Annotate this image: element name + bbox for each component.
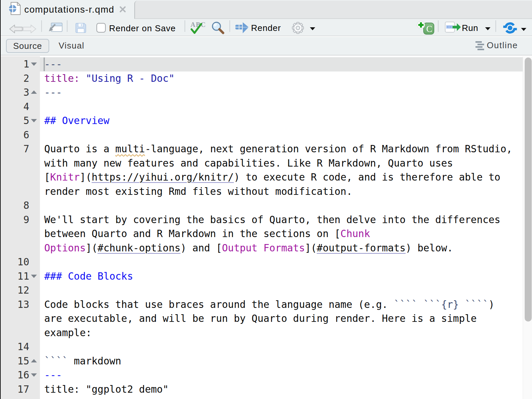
line-number-3: 3	[23, 85, 29, 100]
code-editor[interactable]: 1---2title: "Using R - Doc"3---45## Over…	[1, 56, 532, 399]
token-misspell: multi	[115, 143, 145, 155]
tab-close-icon[interactable]	[119, 6, 126, 13]
token-plain: We'll start by covering the basics of Qu…	[44, 214, 506, 225]
code-line-7[interactable]: 7Quarto is a multi-language, next genera…	[44, 142, 515, 199]
code-line-5[interactable]: 5## Overview	[44, 114, 515, 128]
toolbar-separator	[495, 20, 496, 32]
code-visual-row: title: "ggplot2 demo"	[44, 382, 515, 397]
fold-marker-end[interactable]	[31, 359, 37, 362]
code-line-17[interactable]: 17title: "ggplot2 demo"	[44, 382, 515, 397]
code-text: ### Code Blocks	[44, 269, 515, 284]
insert-chunk-button[interactable]: C	[416, 20, 435, 37]
rerun-button[interactable]	[502, 22, 518, 36]
code-text: Code blocks that use braces around the l…	[44, 298, 515, 340]
magnifier-icon	[211, 21, 225, 35]
code-text: Quarto is a multi-language, next generat…	[44, 142, 515, 199]
run-button[interactable]	[445, 21, 461, 35]
render-on-save-checkbox[interactable]	[96, 23, 106, 33]
tab-filename: computations-r.qmd	[24, 4, 114, 15]
fold-marker-open[interactable]	[31, 373, 37, 377]
code-text: ## Overview	[44, 114, 515, 128]
code-line-4[interactable]: 4	[44, 100, 515, 114]
scrollbar-thumb[interactable]	[525, 58, 532, 322]
line-number-7: 7	[23, 142, 29, 156]
token-plain: with many new features and capabilities.…	[44, 158, 459, 169]
line-number-2: 2	[23, 71, 29, 86]
line-number-8: 8	[23, 199, 29, 213]
code-line-9[interactable]: 9We'll start by covering the basics of Q…	[44, 213, 515, 255]
token-code: ```` ```{r} ````	[394, 299, 488, 310]
code-visual-row: Quarto is a multi-language, next generat…	[44, 142, 515, 156]
code-line-1[interactable]: 1---	[44, 57, 515, 71]
fold-marker-open[interactable]	[31, 119, 37, 122]
save-button[interactable]	[75, 23, 86, 35]
forward-button[interactable]	[23, 24, 37, 35]
code-line-2[interactable]: 2title: "Using R - Doc"	[44, 71, 515, 86]
vertical-scrollbar[interactable]	[523, 56, 532, 399]
code-line-12[interactable]: 12	[44, 283, 515, 298]
token-plain: Quarto is a	[44, 143, 115, 155]
code-lines: 1---2title: "Using R - Doc"3---45## Over…	[44, 57, 515, 396]
line-number-9: 9	[23, 213, 29, 227]
render-arrow-icon	[235, 22, 249, 34]
abc-check-icon: ABC	[190, 21, 207, 35]
line-number-1: 1	[23, 57, 29, 71]
svg-text:C: C	[426, 24, 432, 34]
editor-toolbar: Render on Save ABC Render	[1, 19, 532, 36]
code-visual-row	[44, 283, 515, 298]
render-on-save-label[interactable]: Render on Save	[109, 23, 176, 34]
spellcheck-button[interactable]: ABC	[190, 21, 207, 37]
render-options-button[interactable]	[292, 22, 304, 35]
token-plain: ) to execute R code, and is therefore ab…	[234, 172, 506, 183]
token-plain: markdown	[68, 355, 121, 367]
toolbar-separator	[41, 20, 42, 32]
token-plain: title: "ggplot2 demo"	[44, 384, 169, 395]
chevron-down-icon	[310, 27, 315, 30]
visual-mode-button[interactable]: Visual	[54, 39, 89, 53]
token-link: Options	[44, 242, 86, 254]
tab-strip-empty-area	[134, 1, 532, 19]
render-button[interactable]	[235, 22, 249, 35]
token-plain: example:	[44, 327, 92, 338]
fold-marker-open[interactable]	[31, 63, 37, 66]
code-line-6[interactable]: 6	[44, 128, 515, 142]
quarto-file-icon	[8, 2, 22, 18]
line-number-6: 6	[23, 128, 29, 142]
outline-toggle-button[interactable]: Outline	[473, 39, 523, 53]
line-number-10: 10	[17, 255, 29, 269]
token-url: https://yihui.org/knitr/	[92, 172, 234, 183]
line-number-17: 17	[17, 382, 29, 397]
chevron-down-icon	[485, 27, 490, 30]
code-line-8[interactable]: 8	[44, 199, 515, 213]
code-visual-row: ---	[44, 368, 515, 382]
code-visual-row: ```` markdown	[44, 354, 515, 368]
code-line-3[interactable]: 3---	[44, 85, 515, 100]
gear-icon	[292, 22, 304, 34]
code-line-13[interactable]: 13Code blocks that use braces around the…	[44, 298, 515, 340]
render-button-label[interactable]: Render	[251, 23, 281, 33]
insert-chunk-c-icon: C	[416, 20, 435, 36]
code-line-11[interactable]: 11### Code Blocks	[44, 269, 515, 284]
fold-marker-end[interactable]	[31, 90, 37, 94]
run-button-label[interactable]: Run	[462, 23, 478, 33]
token-code: ````	[44, 355, 68, 367]
fold-marker-open[interactable]	[31, 275, 37, 278]
back-button[interactable]	[9, 24, 23, 35]
line-number-14: 14	[17, 340, 29, 354]
source-mode-button[interactable]: Source	[6, 39, 49, 53]
outline-label: Outline	[487, 40, 518, 51]
code-text: ---	[44, 368, 515, 382]
tab-computations-r-qmd[interactable]: computations-r.qmd	[1, 0, 134, 19]
line-number-12: 12	[17, 283, 29, 298]
code-visual-row: We'll start by covering the basics of Qu…	[44, 213, 515, 227]
code-visual-row: Options](#chunk-options) and [Output For…	[44, 241, 515, 255]
show-in-new-window-button[interactable]	[48, 22, 63, 35]
code-line-15[interactable]: 15```` markdown	[44, 354, 515, 368]
token-plain: -language, next generation version of R …	[145, 143, 518, 155]
code-line-16[interactable]: 16---	[44, 368, 515, 382]
find-replace-button[interactable]	[211, 21, 225, 36]
code-visual-row: are executable, and will be run by Quart…	[44, 312, 515, 326]
code-line-10[interactable]: 10	[44, 255, 515, 269]
code-line-14[interactable]: 14	[44, 340, 515, 354]
line-number-15: 15	[17, 354, 29, 368]
